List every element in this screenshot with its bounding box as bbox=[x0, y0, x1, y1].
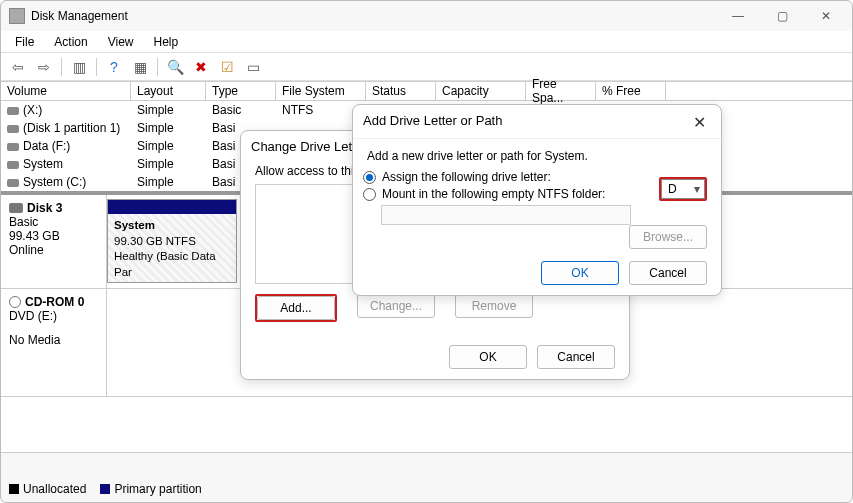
minimize-button[interactable]: — bbox=[716, 2, 760, 30]
dialog2-intro: Add a new drive letter or path for Syste… bbox=[353, 138, 721, 167]
help-icon[interactable]: ? bbox=[103, 56, 125, 78]
remove-button[interactable]: Remove bbox=[455, 294, 533, 318]
legend: Unallocated Primary partition bbox=[9, 482, 202, 496]
delete-icon[interactable]: ✖ bbox=[190, 56, 212, 78]
dialog1-cancel-button[interactable]: Cancel bbox=[537, 345, 615, 369]
menu-view[interactable]: View bbox=[98, 33, 144, 51]
menu-bar: File Action View Help bbox=[1, 31, 852, 53]
panel-icon[interactable]: ▥ bbox=[68, 56, 90, 78]
column-headers: Volume Layout Type File System Status Ca… bbox=[1, 81, 852, 101]
col-layout[interactable]: Layout bbox=[131, 82, 206, 100]
toolbar: ⇦ ⇨ ▥ ? ▦ 🔍 ✖ ☑ ▭ bbox=[1, 53, 852, 81]
add-button[interactable]: Add... bbox=[257, 296, 335, 320]
cdrom-icon bbox=[9, 296, 21, 308]
dialog1-ok-button[interactable]: OK bbox=[449, 345, 527, 369]
window-title: Disk Management bbox=[31, 9, 716, 23]
check-icon[interactable]: ☑ bbox=[216, 56, 238, 78]
menu-help[interactable]: Help bbox=[144, 33, 189, 51]
forward-icon[interactable]: ⇨ bbox=[33, 56, 55, 78]
app-icon bbox=[9, 8, 25, 24]
back-icon[interactable]: ⇦ bbox=[7, 56, 29, 78]
add-drive-letter-dialog: Add Drive Letter or Path ✕ Add a new dri… bbox=[352, 104, 722, 296]
dialog2-title: Add Drive Letter or Path bbox=[353, 105, 721, 138]
close-button[interactable]: ✕ bbox=[804, 2, 848, 30]
col-status[interactable]: Status bbox=[366, 82, 436, 100]
col-free[interactable]: Free Spa... bbox=[526, 82, 596, 100]
properties-icon[interactable]: ▭ bbox=[242, 56, 264, 78]
col-capacity[interactable]: Capacity bbox=[436, 82, 526, 100]
titlebar[interactable]: Disk Management — ▢ ✕ bbox=[1, 1, 852, 31]
disk-icon bbox=[9, 203, 23, 213]
dialog2-close-button[interactable]: ✕ bbox=[683, 109, 715, 135]
dialog2-cancel-button[interactable]: Cancel bbox=[629, 261, 707, 285]
mount-path-input bbox=[381, 205, 631, 225]
cdrom-header[interactable]: CD-ROM 0 DVD (E:) No Media bbox=[1, 289, 107, 396]
col-filesystem[interactable]: File System bbox=[276, 82, 366, 100]
menu-action[interactable]: Action bbox=[44, 33, 97, 51]
col-pctfree[interactable]: % Free bbox=[596, 82, 666, 100]
menu-file[interactable]: File bbox=[5, 33, 44, 51]
dialog2-ok-button[interactable]: OK bbox=[541, 261, 619, 285]
change-button[interactable]: Change... bbox=[357, 294, 435, 318]
chevron-down-icon: ▾ bbox=[694, 182, 700, 196]
maximize-button[interactable]: ▢ bbox=[760, 2, 804, 30]
lookup-icon[interactable]: 🔍 bbox=[164, 56, 186, 78]
drive-letter-select[interactable]: D ▾ bbox=[661, 179, 705, 199]
partition-system[interactable]: System 99.30 GB NTFS Healthy (Basic Data… bbox=[107, 199, 237, 283]
disk-3-header[interactable]: Disk 3 Basic 99.43 GB Online bbox=[1, 195, 107, 288]
layout-icon[interactable]: ▦ bbox=[129, 56, 151, 78]
col-volume[interactable]: Volume bbox=[1, 82, 131, 100]
browse-button[interactable]: Browse... bbox=[629, 225, 707, 249]
col-type[interactable]: Type bbox=[206, 82, 276, 100]
